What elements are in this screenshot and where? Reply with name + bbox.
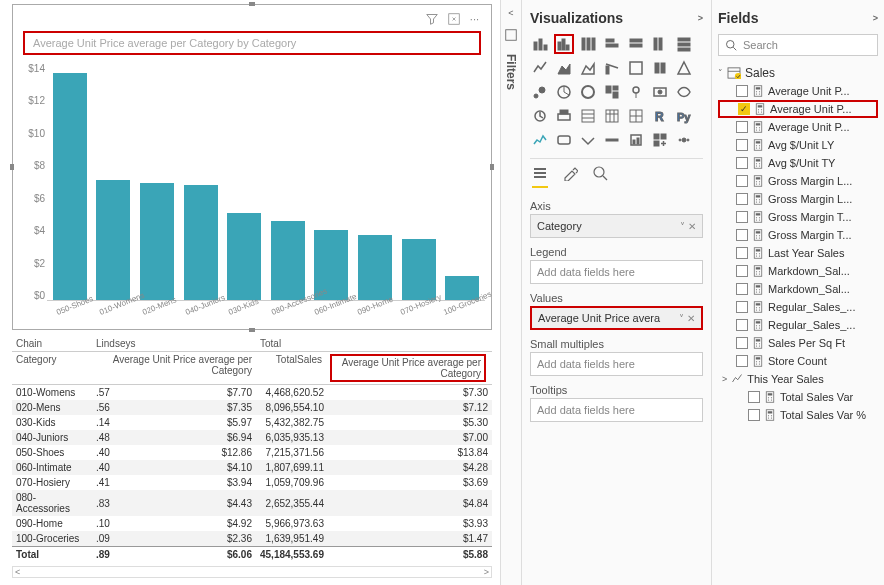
filter-icon[interactable]: [426, 13, 438, 27]
tooltips-well[interactable]: Add data fields here: [530, 398, 703, 422]
resize-handle[interactable]: [490, 164, 494, 170]
checkbox[interactable]: [736, 283, 748, 295]
viz-type-icon[interactable]: [530, 34, 550, 54]
viz-type-icon[interactable]: [530, 130, 550, 150]
field-item[interactable]: Gross Margin T...: [718, 208, 878, 226]
checkbox[interactable]: [736, 175, 748, 187]
table-row[interactable]: 100-Groceries.09$2.361,639,951.49$1.47: [12, 531, 492, 547]
small-multiples-well[interactable]: Add data fields here: [530, 352, 703, 376]
checkbox[interactable]: [736, 265, 748, 277]
checkbox[interactable]: [748, 391, 760, 403]
viz-type-icon[interactable]: [554, 130, 574, 150]
field-item[interactable]: Store Count: [718, 352, 878, 370]
viz-type-icon[interactable]: [602, 58, 622, 78]
checkbox[interactable]: [736, 337, 748, 349]
viz-type-icon[interactable]: [650, 130, 670, 150]
bar[interactable]: [184, 185, 218, 300]
checkbox[interactable]: [736, 301, 748, 313]
collapse-icon[interactable]: >: [698, 13, 703, 23]
search-input[interactable]: Search: [718, 34, 878, 56]
col-aup-total[interactable]: Average Unit Price average per Category: [326, 352, 490, 384]
bar[interactable]: [96, 180, 130, 300]
expand-icon[interactable]: <: [508, 8, 513, 18]
resize-handle[interactable]: [249, 2, 255, 6]
legend-well[interactable]: Add data fields here: [530, 260, 703, 284]
resize-handle[interactable]: [249, 328, 255, 332]
viz-type-icon[interactable]: [626, 58, 646, 78]
viz-type-icon[interactable]: [554, 82, 574, 102]
viz-type-icon[interactable]: [602, 82, 622, 102]
focus-icon[interactable]: [448, 13, 460, 27]
table-row[interactable]: 030-Kids.14$5.975,432,382.75$5.30: [12, 415, 492, 430]
table-row[interactable]: 080-Accessories.83$4.432,652,355.44$4.84: [12, 490, 492, 516]
field-item[interactable]: Total Sales Var: [718, 388, 878, 406]
checkbox[interactable]: [736, 355, 748, 367]
chart-visual[interactable]: ··· Average Unit Price average per Categ…: [12, 4, 492, 330]
col-category[interactable]: Category: [12, 352, 92, 384]
table-row[interactable]: 090-Home.10$4.925,966,973.63$3.93: [12, 516, 492, 531]
field-item[interactable]: Markdown_Sal...: [718, 280, 878, 298]
checkbox[interactable]: [736, 139, 748, 151]
viz-type-icon[interactable]: [650, 58, 670, 78]
checkbox[interactable]: [736, 121, 748, 133]
filters-pane-collapsed[interactable]: < Filters: [500, 0, 522, 585]
more-icon[interactable]: ···: [470, 13, 479, 27]
viz-type-icon[interactable]: [626, 82, 646, 102]
table-sales[interactable]: ˅ Sales: [718, 64, 878, 82]
viz-type-icon[interactable]: [650, 34, 670, 54]
checkbox[interactable]: [736, 319, 748, 331]
viz-type-icon[interactable]: [602, 130, 622, 150]
table-row[interactable]: 060-Intimate.40$4.101,807,699.11$4.28: [12, 460, 492, 475]
bar[interactable]: [271, 221, 305, 301]
viz-type-icon[interactable]: [578, 106, 598, 126]
viz-type-icon[interactable]: [578, 58, 598, 78]
bar[interactable]: [140, 183, 174, 300]
viz-type-icon[interactable]: [674, 82, 694, 102]
viz-type-icon[interactable]: [674, 130, 694, 150]
horizontal-scrollbar[interactable]: <>: [12, 566, 492, 578]
field-item[interactable]: Gross Margin T...: [718, 226, 878, 244]
col-totalsales[interactable]: TotalSales: [256, 352, 326, 384]
collapse-icon[interactable]: >: [873, 13, 878, 23]
axis-well[interactable]: Category˅ ✕: [530, 214, 703, 238]
col-aup-lindseys[interactable]: Average Unit Price average per Category: [92, 352, 256, 384]
viz-type-icon[interactable]: [530, 106, 550, 126]
viz-type-icon[interactable]: [650, 82, 670, 102]
format-tab-icon[interactable]: [562, 165, 578, 188]
field-item[interactable]: Last Year Sales: [718, 244, 878, 262]
field-item[interactable]: Avg $/Unit LY: [718, 136, 878, 154]
table-row[interactable]: 020-Mens.56$7.358,096,554.10$7.12: [12, 400, 492, 415]
table-row[interactable]: 040-Juniors.48$6.946,035,935.13$7.00: [12, 430, 492, 445]
table-row[interactable]: 010-Womens.57$7.704,468,620.52$7.30: [12, 385, 492, 400]
bar[interactable]: [53, 73, 87, 300]
viz-type-icon[interactable]: R: [650, 106, 670, 126]
checkbox[interactable]: [736, 211, 748, 223]
checkbox[interactable]: [736, 193, 748, 205]
field-this-year-sales[interactable]: > This Year Sales: [718, 370, 878, 388]
viz-type-icon[interactable]: [674, 58, 694, 78]
analytics-tab-icon[interactable]: [592, 165, 608, 188]
fields-tab-icon[interactable]: [532, 165, 548, 188]
viz-type-icon[interactable]: [626, 106, 646, 126]
table-row[interactable]: 070-Hosiery.41$3.941,059,709.96$3.69: [12, 475, 492, 490]
viz-type-icon[interactable]: [554, 58, 574, 78]
field-item[interactable]: Markdown_Sal...: [718, 262, 878, 280]
resize-handle[interactable]: [10, 164, 14, 170]
checkbox[interactable]: [738, 103, 750, 115]
viz-type-icon[interactable]: [602, 106, 622, 126]
checkbox[interactable]: [736, 247, 748, 259]
field-item[interactable]: Average Unit P...: [718, 100, 878, 118]
viz-type-icon[interactable]: [626, 130, 646, 150]
field-item[interactable]: Total Sales Var %: [718, 406, 878, 424]
viz-type-icon[interactable]: [578, 34, 598, 54]
viz-type-icon[interactable]: [578, 130, 598, 150]
field-item[interactable]: Regular_Sales_...: [718, 298, 878, 316]
checkbox[interactable]: [736, 157, 748, 169]
bar[interactable]: [227, 213, 261, 300]
viz-type-icon[interactable]: Py: [674, 106, 694, 126]
viz-type-icon[interactable]: [626, 34, 646, 54]
field-item[interactable]: Average Unit P...: [718, 82, 878, 100]
checkbox[interactable]: [736, 85, 748, 97]
viz-type-icon[interactable]: [674, 34, 694, 54]
viz-type-icon[interactable]: [530, 82, 550, 102]
